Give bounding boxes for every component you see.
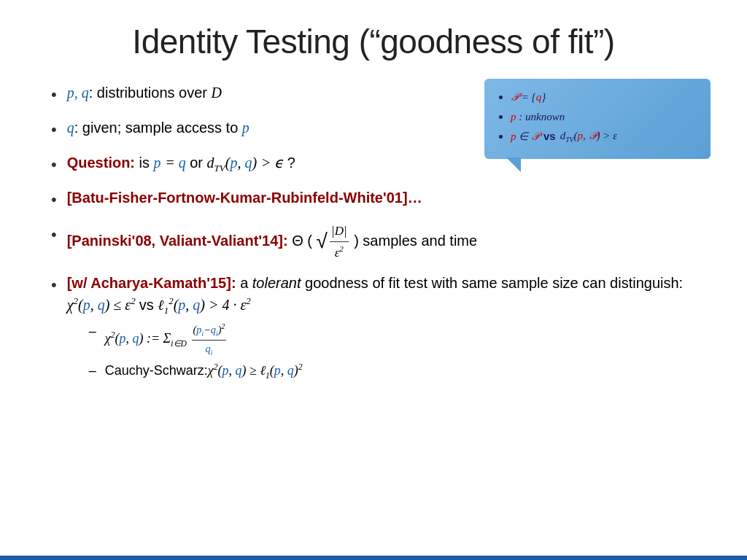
- sub-bullet-cauchy: Cauchy-Schwarz: χ2(p, q) ≥ ℓ1(p, q)2: [89, 361, 703, 382]
- bullet-paninski: [Paninski'08, Valiant-Valiant'14]: Θ ( √…: [51, 222, 703, 262]
- slide-title: Identity Testing (“goodness of fit”): [44, 22, 703, 61]
- bullet-acharya: [w/ Acharya-Kamath'15]: a tolerant goodn…: [51, 272, 703, 385]
- acharya-sub-bullets: χ2(p, q) := Σi∈D (pi−qi)2 qi Cauchy-Schw…: [67, 322, 703, 382]
- bottom-bar: [0, 556, 747, 560]
- sub-bullet-chi: χ2(p, q) := Σi∈D (pi−qi)2 qi: [89, 322, 703, 358]
- callout-item-2: p : unknown: [511, 109, 697, 125]
- callout-item-1: 𝒫 = {q}: [511, 89, 697, 106]
- callout-item-3: p ∈ 𝒫 vs dTV(p, 𝒫) > ε: [511, 128, 697, 146]
- bullet-batu: [Batu-Fisher-Fortnow-Kumar-Rubinfeld-Whi…: [51, 187, 703, 211]
- acharya-main-line: [w/ Acharya-Kamath'15]: a tolerant goodn…: [67, 272, 703, 318]
- callout-box: 𝒫 = {q} p : unknown p ∈ 𝒫 vs dTV(p, 𝒫) >…: [484, 79, 711, 159]
- slide: Identity Testing (“goodness of fit”) 𝒫 =…: [0, 0, 747, 560]
